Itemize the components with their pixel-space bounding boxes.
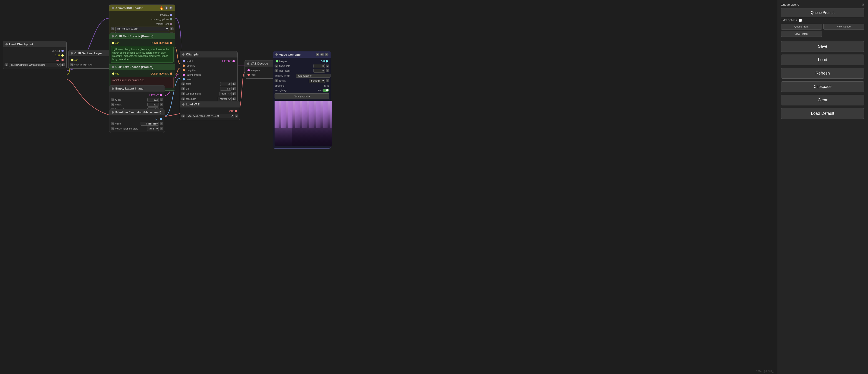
empty-latent-title: Empty Latent Image xyxy=(115,87,144,90)
width-next-btn[interactable]: ▶ xyxy=(160,98,163,101)
ad-ctx-port xyxy=(170,18,172,21)
animatediff-icons: 🔥 ℹ ⚙ xyxy=(160,6,173,10)
gear-icon[interactable]: ⚙ xyxy=(861,3,864,6)
ks-steps-prev[interactable]: ◀ xyxy=(181,82,185,86)
vae-name-prev[interactable]: ◀ xyxy=(181,114,185,117)
vc-save-row: save_image true xyxy=(273,88,331,93)
load-vae-title: Load VAE xyxy=(186,103,199,106)
ks-samp-prev[interactable]: ◀ xyxy=(181,92,185,95)
vc-save-label: save_image xyxy=(275,89,287,92)
action-buttons-section: Save Load Refresh Clipspace Clear Load D… xyxy=(777,39,868,374)
view-history-btn[interactable]: View History xyxy=(781,31,822,37)
vd-samples-label: samples xyxy=(251,69,260,72)
sync-playback-btn[interactable]: Sync playback xyxy=(275,93,329,99)
save-btn[interactable]: Save xyxy=(781,41,864,52)
vc-fps-input[interactable] xyxy=(313,64,325,68)
ksampler-node: KSampler model LATENT positive negative xyxy=(180,51,238,108)
vc-format-prev[interactable]: ◀ xyxy=(275,79,278,82)
height-next-btn[interactable]: ▶ xyxy=(160,103,163,106)
ctrl-prev-btn[interactable]: ◀ xyxy=(111,127,115,130)
load-btn[interactable]: Load xyxy=(781,55,864,65)
ks-sched-next[interactable]: ▶ xyxy=(232,98,236,100)
ctrl-select[interactable]: fixed xyxy=(147,127,159,131)
load-vae-node: Load VAE VAE ◀ vaeFtMse840000Ema_v100.pt… xyxy=(180,101,240,120)
clipspace-btn[interactable]: Clipspace xyxy=(781,81,864,92)
ad-model-next-btn[interactable]: ▶ xyxy=(170,27,174,30)
height-label: height xyxy=(115,103,147,106)
ksampler-body: model LATENT positive negative latent_im… xyxy=(180,58,238,108)
vc-fps-prev[interactable]: ◀ xyxy=(275,65,278,67)
vc-loop-input[interactable] xyxy=(313,69,325,73)
vc-loop-prev[interactable]: ◀ xyxy=(275,69,278,72)
value-prev-btn[interactable]: ◀ xyxy=(111,122,115,125)
ks-sched-prev[interactable]: ◀ xyxy=(181,98,185,100)
height-input[interactable] xyxy=(147,103,159,107)
clip-encode-pos-dot xyxy=(112,35,114,37)
queue-prompt-btn[interactable]: Queue Prompt xyxy=(781,8,864,17)
vc-fps-next[interactable]: ▶ xyxy=(326,65,329,67)
width-label: width xyxy=(115,99,147,101)
primitive-title: Primitive (I'm using this as seed) xyxy=(115,111,161,114)
ks-cfg-prev[interactable]: ◀ xyxy=(181,87,185,90)
value-next-btn[interactable]: ▶ xyxy=(160,122,163,125)
ks-pos-in xyxy=(183,65,185,67)
ks-cfg-input[interactable] xyxy=(220,87,231,91)
ks-steps-next[interactable]: ▶ xyxy=(232,82,236,86)
queue-front-btn[interactable]: Queue Front xyxy=(781,24,822,30)
ad-model-name-row: ◀ mm_sd_v15_v2.ckpt ▶ xyxy=(110,26,175,31)
vc-prefix-input[interactable] xyxy=(296,74,331,78)
clip-in-port-pos xyxy=(112,42,115,44)
stop-layer-prev-btn[interactable]: ◀ xyxy=(70,63,73,66)
empty-latent-port: LATENT xyxy=(110,93,165,98)
toggle-thumb xyxy=(326,89,329,91)
info-icon[interactable]: ℹ xyxy=(164,6,168,10)
refresh-btn[interactable]: Refresh xyxy=(781,68,864,79)
clip-pos-text[interactable]: 1girl, solo, cherry blossom, hanami, pin… xyxy=(111,46,174,63)
cond-neg-label: CONDITIONING xyxy=(151,72,169,75)
ks-cfg-next[interactable]: ▶ xyxy=(232,87,236,90)
ad-model-label: MODEL xyxy=(160,13,169,16)
vc-pingpong-row: pingpong false xyxy=(273,83,331,88)
vc-save-toggle[interactable] xyxy=(322,89,329,92)
vae-name-next[interactable]: ▶ xyxy=(235,114,238,117)
ad-model-prev-btn[interactable]: ◀ xyxy=(111,27,115,30)
vc-loop-next[interactable]: ▶ xyxy=(326,69,329,72)
vae-name-select[interactable]: vaeFtMse840000Ema_v100.pt xyxy=(186,114,234,118)
ad-model-select[interactable]: mm_sd_v15_v2.ckpt xyxy=(115,27,169,31)
ks-latent-out xyxy=(232,60,235,62)
vc-title: Video Combine xyxy=(279,53,301,56)
vc-prefix-label: filename_prefix xyxy=(275,74,295,77)
seed-value-input[interactable] xyxy=(141,122,159,126)
queue-section: Queue size: 0 ⚙ Queue Prompt Extra optio… xyxy=(777,0,868,39)
ckpt-next-btn[interactable]: ▶ xyxy=(61,63,65,66)
ks-samp-next[interactable]: ▶ xyxy=(232,92,236,95)
ks-sampler-select[interactable]: euler xyxy=(219,92,231,96)
clip-in-port-neg xyxy=(112,72,115,75)
load-default-btn[interactable]: Load Default xyxy=(781,108,864,119)
extra-options-checkbox[interactable] xyxy=(799,19,802,22)
vc-icon3[interactable]: S xyxy=(325,53,329,56)
load-checkpoint-model-port: MODEL xyxy=(3,48,66,53)
ks-scheduler-select[interactable]: normal xyxy=(218,97,231,101)
height-prev-btn[interactable]: ◀ xyxy=(111,103,115,106)
cond-pos-label: CONDITIONING xyxy=(151,42,169,44)
ckpt-name-select[interactable]: cardosAnimated_v30.safetensors xyxy=(9,63,61,67)
view-queue-btn[interactable]: View Queue xyxy=(824,24,865,30)
primitive-body: INT ◀ value ▶ ◀ control_after_generate f… xyxy=(110,115,165,133)
width-input[interactable] xyxy=(147,98,159,102)
vc-images-in xyxy=(276,60,278,63)
vc-format-next[interactable]: ▶ xyxy=(326,79,329,82)
ckpt-prev-btn[interactable]: ◀ xyxy=(5,63,8,66)
vc-icon2[interactable]: ⚙ xyxy=(320,53,324,56)
clear-btn[interactable]: Clear xyxy=(781,95,864,105)
clip-input-port xyxy=(71,59,73,61)
ksampler-header: KSampler xyxy=(180,52,238,58)
settings-icon[interactable]: ⚙ xyxy=(169,6,173,10)
width-prev-btn[interactable]: ◀ xyxy=(111,98,115,101)
vc-icon1[interactable]: ▶ xyxy=(316,53,319,56)
vc-format-select[interactable]: image/gif xyxy=(309,79,325,83)
ctrl-next-btn[interactable]: ▶ xyxy=(160,127,163,130)
animatediff-context-port: context_options xyxy=(110,17,175,22)
model-output-port xyxy=(61,50,64,52)
ks-steps-input[interactable] xyxy=(220,82,231,86)
